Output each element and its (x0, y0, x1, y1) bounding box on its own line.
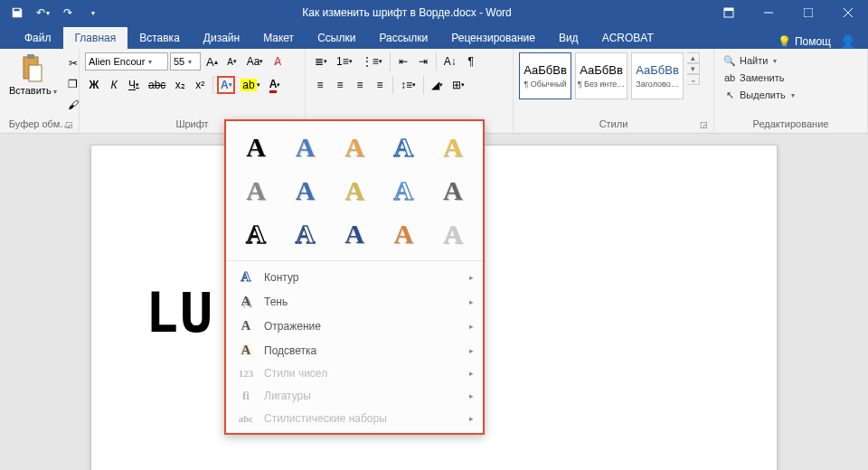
clear-formatting-icon[interactable]: A̷ (269, 52, 287, 70)
tab-review[interactable]: Рецензирование (439, 27, 547, 49)
bold-button[interactable]: Ж (85, 76, 103, 94)
align-center-icon[interactable]: ≡ (331, 76, 349, 94)
group-clipboard: Вставить▾ ✂ ❐ 🖌 Буфер обм…◲ (0, 49, 80, 133)
svg-rect-7 (27, 54, 34, 59)
dialog-launcher-icon[interactable]: ◲ (700, 120, 708, 129)
text-effect-preset[interactable]: A (430, 174, 476, 208)
save-icon[interactable] (5, 2, 29, 24)
find-button[interactable]: 🔍Найти▾ (720, 52, 780, 69)
text-effect-preset[interactable]: A (430, 217, 476, 251)
chevron-right-icon: ▸ (469, 273, 474, 282)
align-left-icon[interactable]: ≡ (311, 76, 329, 94)
text-effect-preset[interactable]: A (282, 217, 327, 251)
fx-glow[interactable]: AПодсветка▸ (226, 338, 483, 362)
tab-layout[interactable]: Макет (251, 27, 306, 49)
tab-acrobat[interactable]: ACROBAT (590, 27, 665, 49)
shrink-font-icon[interactable]: A▾ (223, 52, 241, 70)
tab-view[interactable]: Вид (547, 27, 590, 49)
align-right-icon[interactable]: ≡ (351, 76, 369, 94)
font-family-combo[interactable]: Alien Encour▾ (85, 52, 168, 70)
show-marks-icon[interactable]: ¶ (462, 52, 480, 70)
increase-indent-icon[interactable]: ⇥ (414, 52, 432, 70)
sort-icon[interactable]: A↓ (440, 52, 460, 70)
strikethrough-button[interactable]: abc (145, 76, 169, 94)
text-effects-button[interactable]: A▾ (217, 76, 235, 94)
chevron-down-icon[interactable]: ▾ (687, 63, 700, 74)
minimize-icon[interactable] (749, 0, 788, 25)
grow-font-icon[interactable]: A▴ (203, 52, 222, 70)
text-effect-preset[interactable]: A (332, 174, 377, 208)
chevron-right-icon: ▸ (469, 414, 474, 423)
ligatures-icon: fi (237, 389, 255, 403)
window-controls (709, 0, 868, 25)
text-effect-preset[interactable]: A (332, 130, 377, 164)
tab-mailings[interactable]: Рассылки (367, 27, 439, 49)
line-spacing-icon[interactable]: ↕≡▾ (397, 76, 420, 94)
tab-insert[interactable]: Вставка (127, 27, 192, 49)
reflection-icon: A (237, 318, 255, 334)
font-color-button[interactable]: A▾ (266, 76, 285, 94)
change-case-icon[interactable]: Aa▾ (243, 52, 268, 70)
shading-icon[interactable]: ◢▾ (428, 76, 447, 94)
fx-outline[interactable]: AКонтур▸ (226, 265, 483, 289)
text-effect-preset[interactable]: A (233, 217, 278, 251)
svg-rect-8 (29, 65, 42, 81)
tab-home[interactable]: Главная (63, 27, 128, 49)
underline-button[interactable]: Ч▾ (125, 76, 143, 94)
replace-button[interactable]: abЗаменить (720, 70, 788, 86)
multilevel-icon[interactable]: ⋮≡▾ (358, 52, 386, 70)
styles-expand-icon[interactable]: ⌄ (687, 74, 700, 85)
document-text: LU (146, 281, 214, 344)
lightbulb-icon: 💡 (778, 35, 791, 48)
fx-reflection[interactable]: AОтражение▸ (226, 314, 483, 338)
text-effect-preset[interactable]: A (381, 174, 426, 208)
style-nospacing[interactable]: АаБбВв ¶ Без инте… (575, 52, 627, 99)
superscript-button[interactable]: x² (191, 76, 209, 94)
text-effect-preset[interactable]: A (332, 217, 377, 251)
undo-icon[interactable]: ↶▾ (31, 2, 54, 24)
chevron-up-icon[interactable]: ▴ (687, 52, 700, 63)
tab-references[interactable]: Ссылки (306, 27, 367, 49)
chevron-right-icon: ▸ (469, 322, 474, 331)
clipboard-icon (18, 54, 47, 83)
numbering-icon[interactable]: 1≡▾ (333, 52, 356, 70)
replace-icon: ab (723, 71, 736, 84)
svg-rect-1 (724, 8, 733, 11)
stylistic-icon: abc (237, 413, 255, 424)
group-editing: 🔍Найти▾ abЗаменить ↖Выделить▾ Редактиров… (714, 49, 868, 133)
text-effect-preset[interactable]: A (282, 174, 327, 208)
chevron-right-icon: ▸ (469, 391, 474, 400)
ribbon-options-icon[interactable] (709, 0, 749, 25)
text-effect-preset[interactable]: A (430, 130, 476, 164)
titlebar: ↶▾ ↷ ▾ Как изменить шрифт в Ворде.docx -… (0, 0, 868, 25)
qat-customize-icon[interactable]: ▾ (81, 2, 105, 24)
close-icon[interactable] (828, 0, 868, 25)
text-effect-preset[interactable]: A (233, 174, 278, 208)
style-heading1[interactable]: АаБбВв Заголово… (631, 52, 684, 99)
decrease-indent-icon[interactable]: ⇤ (394, 52, 412, 70)
svg-rect-3 (804, 8, 813, 17)
style-normal[interactable]: АаБбВв ¶ Обычный (519, 52, 571, 99)
paste-button[interactable]: Вставить▾ (5, 52, 61, 98)
tab-file[interactable]: Файл (13, 27, 63, 49)
borders-icon[interactable]: ⊞▾ (448, 76, 468, 94)
dialog-launcher-icon[interactable]: ◲ (65, 120, 73, 129)
text-effect-preset[interactable]: A (381, 130, 426, 164)
highlight-button[interactable]: ab▾ (237, 76, 263, 94)
text-effect-preset[interactable]: A (381, 217, 426, 251)
tell-me[interactable]: 💡Помощ (778, 35, 831, 48)
bullets-icon[interactable]: ≣▾ (311, 52, 331, 70)
fx-shadow[interactable]: AТень▸ (226, 289, 483, 314)
italic-button[interactable]: К (105, 76, 123, 94)
tab-design[interactable]: Дизайн (192, 27, 251, 49)
justify-icon[interactable]: ≡ (371, 76, 389, 94)
text-effect-preset[interactable]: A (233, 130, 278, 164)
font-size-combo[interactable]: 55▾ (170, 52, 201, 70)
share-icon[interactable]: 👤 (840, 34, 855, 49)
chevron-right-icon: ▸ (469, 297, 474, 306)
text-effect-preset[interactable]: A (282, 130, 327, 164)
maximize-icon[interactable] (788, 0, 828, 25)
subscript-button[interactable]: x₂ (171, 76, 189, 94)
select-button[interactable]: ↖Выделить▾ (720, 87, 798, 103)
redo-icon[interactable]: ↷ (56, 2, 80, 24)
